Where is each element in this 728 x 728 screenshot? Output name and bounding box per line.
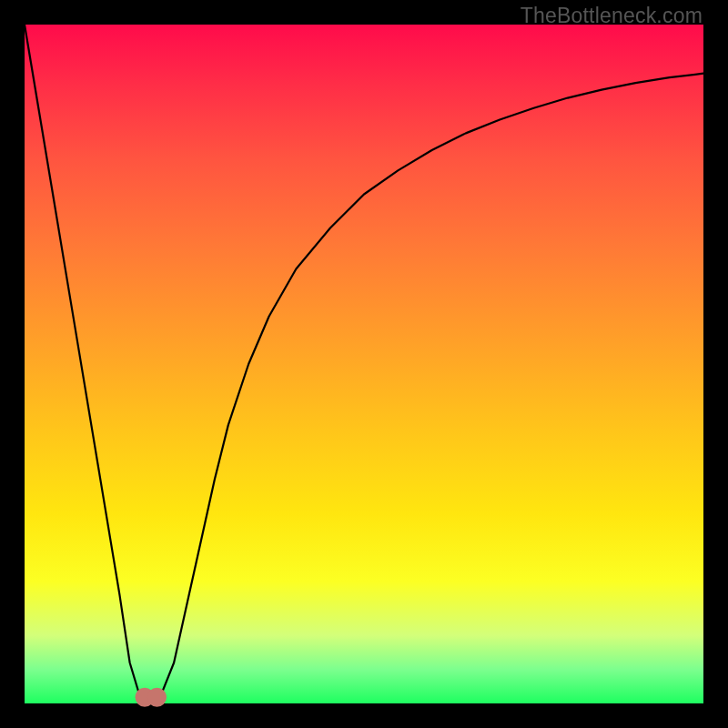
chart-frame: TheBottleneck.com — [0, 0, 728, 728]
chart-svg — [25, 25, 703, 703]
min-marker-right — [147, 688, 167, 707]
plot-area — [25, 25, 703, 703]
bottleneck-curve — [25, 25, 703, 703]
min-markers — [136, 688, 167, 707]
